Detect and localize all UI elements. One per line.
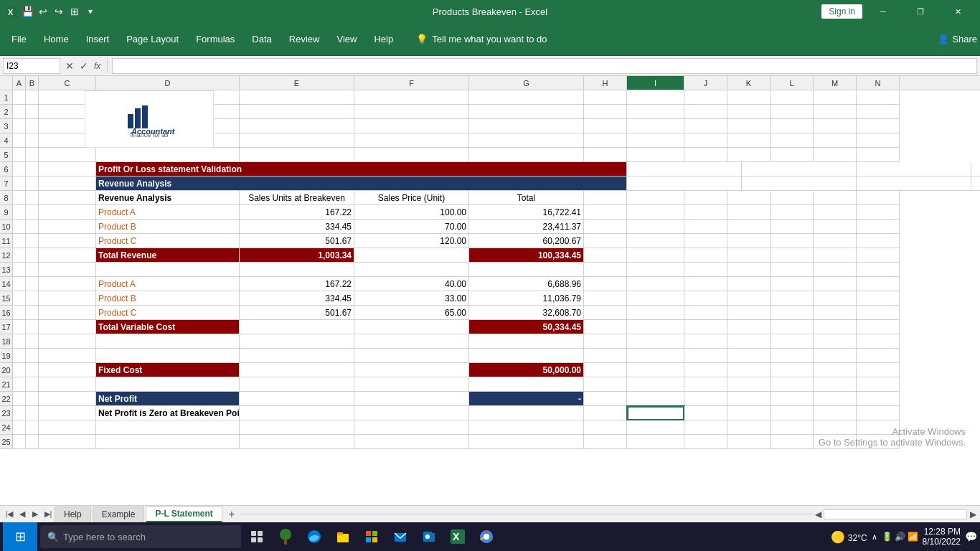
cell-B13[interactable]	[26, 263, 39, 277]
tab-help[interactable]: Help	[365, 23, 402, 56]
row-num-14[interactable]: 14	[0, 277, 13, 291]
add-sheet-button[interactable]: +	[224, 507, 240, 522]
cell-H2[interactable]	[584, 105, 627, 119]
cell-H21[interactable]	[584, 377, 627, 392]
cell-N2[interactable]	[857, 105, 900, 119]
cell-A24[interactable]	[13, 420, 26, 435]
cell-D11[interactable]: Product C	[96, 234, 240, 248]
cell-D23[interactable]: Net Profit is Zero at Breakeven Point	[96, 406, 240, 420]
cell-B2[interactable]	[26, 105, 39, 119]
cell-G10[interactable]: 23,411.37	[469, 220, 584, 234]
cell-L19[interactable]	[771, 349, 814, 363]
row-num-17[interactable]: 17	[0, 320, 13, 334]
col-header-k[interactable]: K	[727, 76, 771, 90]
cell-B10[interactable]	[26, 220, 39, 234]
cell-M4[interactable]	[814, 133, 857, 148]
cell-F25[interactable]	[354, 435, 469, 449]
col-header-l[interactable]: L	[771, 76, 814, 90]
cell-F14[interactable]: 40.00	[354, 277, 469, 291]
cell-E11[interactable]: 501.67	[240, 234, 354, 248]
cell-M23[interactable]	[814, 406, 857, 420]
row-num-11[interactable]: 11	[0, 234, 13, 248]
cell-D24[interactable]	[96, 420, 240, 435]
cell-M18[interactable]	[814, 334, 857, 349]
cell-B6[interactable]	[26, 162, 39, 176]
formula-cancel-icon[interactable]: ✕	[63, 60, 76, 72]
cell-N13[interactable]	[857, 263, 900, 277]
row-num-10[interactable]: 10	[0, 220, 13, 234]
start-button[interactable]: ⊞	[3, 522, 37, 551]
redo-icon[interactable]: ↪	[53, 6, 65, 17]
cell-C6[interactable]	[39, 162, 96, 176]
cell-H18[interactable]	[584, 334, 627, 349]
tab-home[interactable]: Home	[35, 23, 77, 56]
cell-I12[interactable]	[627, 248, 684, 263]
cell-K22[interactable]	[727, 392, 771, 406]
cell-G17[interactable]: 50,334.45	[469, 320, 584, 334]
taskbar-search[interactable]: 🔍 Type here to search	[40, 525, 241, 548]
cell-E2[interactable]	[240, 105, 354, 119]
cell-N11[interactable]	[857, 234, 900, 248]
cell-I15[interactable]	[627, 291, 684, 306]
cell-H16[interactable]	[584, 306, 627, 320]
cell-B22[interactable]	[26, 392, 39, 406]
cell-M20[interactable]	[814, 363, 857, 377]
row-num-23[interactable]: 23	[0, 406, 13, 420]
cell-G12[interactable]: 100,334.45	[469, 248, 584, 263]
cell-F23[interactable]	[354, 406, 469, 420]
cell-E5[interactable]	[240, 148, 354, 162]
col-header-g[interactable]: G	[469, 76, 584, 90]
sheet-nav-prev[interactable]: ◀	[16, 508, 29, 521]
cell-H6[interactable]	[971, 162, 980, 176]
cell-C22[interactable]	[39, 392, 96, 406]
cell-A6[interactable]	[13, 162, 26, 176]
cell-N14[interactable]	[857, 277, 900, 291]
cell-I4[interactable]	[627, 133, 684, 148]
cell-H3[interactable]	[584, 119, 627, 133]
cell-D21[interactable]	[96, 377, 240, 392]
cell-N17[interactable]	[857, 320, 900, 334]
row-num-22[interactable]: 22	[0, 392, 13, 406]
tab-file[interactable]: File	[3, 23, 35, 56]
cell-G2[interactable]	[469, 105, 584, 119]
cell-J16[interactable]	[684, 306, 727, 320]
cell-H24[interactable]	[584, 420, 627, 435]
cell-H25[interactable]	[584, 435, 627, 449]
cell-F9[interactable]: 100.00	[354, 205, 469, 220]
cell-A3[interactable]	[13, 119, 26, 133]
cell-D15[interactable]: Product B	[96, 291, 240, 306]
cell-L18[interactable]	[771, 334, 814, 349]
row-num-6[interactable]: 6	[0, 162, 13, 176]
cell-A22[interactable]	[13, 392, 26, 406]
system-tray[interactable]: ∧	[872, 532, 877, 542]
cell-I20[interactable]	[627, 363, 684, 377]
cell-M13[interactable]	[814, 263, 857, 277]
cell-N18[interactable]	[857, 334, 900, 349]
cell-G9[interactable]: 16,722.41	[469, 205, 584, 220]
cell-A10[interactable]	[13, 220, 26, 234]
cell-M2[interactable]	[814, 105, 857, 119]
cell-L16[interactable]	[771, 306, 814, 320]
cell-I19[interactable]	[627, 349, 684, 363]
cell-E24[interactable]	[240, 420, 354, 435]
cell-G21[interactable]	[469, 377, 584, 392]
cell-E10[interactable]: 334.45	[240, 220, 354, 234]
cell-A12[interactable]	[13, 248, 26, 263]
cell-L5[interactable]	[771, 148, 814, 162]
cell-K21[interactable]	[727, 377, 771, 392]
sheet-nav-first[interactable]: |◀	[3, 508, 16, 521]
cell-F3[interactable]	[354, 119, 469, 133]
cell-I13[interactable]	[627, 263, 684, 277]
cell-M11[interactable]	[814, 234, 857, 248]
cell-J9[interactable]	[684, 205, 727, 220]
cell-K20[interactable]	[727, 363, 771, 377]
cell-H22[interactable]	[584, 392, 627, 406]
cell-M3[interactable]	[814, 119, 857, 133]
close-button[interactable]: ✕	[941, 0, 974, 23]
cell-E4[interactable]	[240, 133, 354, 148]
cell-B1[interactable]	[26, 90, 39, 105]
cell-C11[interactable]	[39, 234, 96, 248]
cell-K9[interactable]	[727, 205, 771, 220]
cell-I24[interactable]	[627, 420, 684, 435]
cell-C21[interactable]	[39, 377, 96, 392]
